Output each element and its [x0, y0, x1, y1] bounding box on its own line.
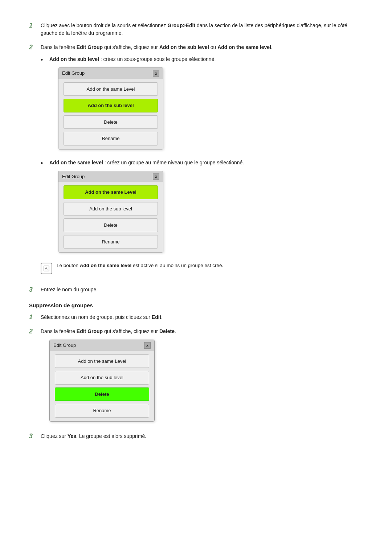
dialog-btn-rename-3[interactable]: Rename: [55, 404, 149, 418]
note-icon: [41, 263, 52, 274]
section2-step-1-content: Sélectionnez un nom de groupe, puis cliq…: [41, 313, 363, 321]
dialog-btn-delete-2[interactable]: Delete: [64, 218, 158, 232]
dialog-close-btn-2[interactable]: x: [153, 173, 159, 180]
section2-step-1-bold: Edit: [152, 314, 161, 320]
section-2: Suppression de groupes 1 Sélectionnez un…: [29, 302, 363, 440]
section2-step-num-2: 2: [29, 328, 41, 335]
section2-step-1: 1 Sélectionnez un nom de groupe, puis cl…: [29, 313, 363, 321]
step-1-content: Cliquez avec le bouton droit de la souri…: [41, 22, 363, 37]
note-text: Le bouton Add on the same level est acti…: [57, 262, 223, 269]
section-1: 1 Cliquez avec le bouton droit de la sou…: [29, 22, 363, 294]
bullet-label-sub: Add on the sub level: [49, 56, 99, 62]
dialog-btn-same-level-3[interactable]: Add on the same Level: [55, 354, 149, 368]
dialog-btn-same-level-2[interactable]: Add on the same Level: [64, 185, 158, 199]
dialog-title-2: Edit Group: [62, 173, 85, 180]
note-box: Le bouton Add on the same level est acti…: [41, 262, 363, 274]
bullet-list: • Add on the sub level : créez un sous-g…: [41, 56, 363, 257]
dialog-titlebar-1: Edit Group x: [58, 68, 163, 79]
edit-group-dialog-1: Edit Group x Add on the same Level Add o…: [58, 67, 163, 149]
dialog-title-1: Edit Group: [62, 70, 85, 77]
dialog-btn-sub-level-1[interactable]: Add on the sub level: [64, 99, 158, 112]
step-3: 3 Entrez le nom du groupe.: [29, 286, 363, 294]
step-2-bold1: Edit Group: [77, 44, 103, 50]
section2-step-2-bold1: Edit Group: [77, 328, 103, 334]
note-bold: Add on the same level: [80, 263, 132, 268]
dialog-body-1: Add on the same Level Add on the sub lev…: [58, 79, 163, 149]
dialog-title-3: Edit Group: [53, 342, 76, 349]
bullet-content-same: Add on the same level : créez un groupe …: [49, 159, 363, 257]
dialog-btn-delete-1[interactable]: Delete: [64, 115, 158, 129]
step-1: 1 Cliquez avec le bouton droit de la sou…: [29, 22, 363, 37]
section2-step-3-content: Cliquez sur Yes. Le groupe est alors sup…: [41, 432, 363, 440]
bullet-dot-2: •: [41, 159, 49, 168]
step-num-2: 2: [29, 44, 41, 51]
bullet-item-same: • Add on the same level : créez un group…: [41, 159, 363, 257]
section2-step-num-3: 3: [29, 432, 41, 440]
section2-step-2-content: Dans la fenêtre Edit Group qui s'affiche…: [41, 328, 363, 426]
dialog-btn-delete-3[interactable]: Delete: [55, 387, 149, 401]
dialog-titlebar-3: Edit Group x: [50, 340, 154, 351]
step-2-bold3: Add on the same level: [217, 44, 271, 50]
dialog-close-btn-3[interactable]: x: [144, 342, 151, 349]
step-num-1: 1: [29, 22, 41, 29]
section2-step-3-bold: Yes: [68, 433, 76, 439]
dialog-btn-sub-level-3[interactable]: Add on the sub level: [55, 371, 149, 385]
pencil-icon: [43, 265, 50, 272]
step-2: 2 Dans la fenêtre Edit Group qui s'affic…: [29, 44, 363, 279]
dialog-btn-same-level-1[interactable]: Add on the same Level: [64, 82, 158, 96]
edit-group-dialog-3: Edit Group x Add on the same Level Add o…: [49, 340, 155, 422]
step-num-3: 3: [29, 286, 41, 294]
dialog-btn-rename-1[interactable]: Rename: [64, 132, 158, 145]
dialog-close-btn-1[interactable]: x: [153, 70, 159, 77]
section-2-heading: Suppression de groupes: [29, 302, 363, 308]
section2-step-3: 3 Cliquez sur Yes. Le groupe est alors s…: [29, 432, 363, 440]
dialog-btn-rename-2[interactable]: Rename: [64, 235, 158, 249]
dialog-btn-sub-level-2[interactable]: Add on the sub level: [64, 202, 158, 216]
bullet-content-sub: Add on the sub level : créez un sous-gro…: [49, 56, 363, 154]
step-1-bold1: Group>Edit: [167, 22, 195, 28]
bullet-dot-1: •: [41, 56, 49, 65]
dialog-titlebar-2: Edit Group x: [58, 171, 163, 182]
dialog-body-2: Add on the same Level Add on the sub lev…: [58, 182, 163, 252]
bullet-item-sub: • Add on the sub level : créez un sous-g…: [41, 56, 363, 154]
section2-step-2-bold2: Delete: [159, 328, 175, 334]
edit-group-dialog-2: Edit Group x Add on the same Level Add o…: [58, 171, 163, 253]
step-2-content: Dans la fenêtre Edit Group qui s'affiche…: [41, 44, 363, 279]
section2-step-2: 2 Dans la fenêtre Edit Group qui s'affic…: [29, 328, 363, 426]
bullet-label-same: Add on the same level: [49, 160, 103, 165]
section2-step-num-1: 1: [29, 313, 41, 321]
step-3-content: Entrez le nom du groupe.: [41, 286, 363, 294]
dialog-body-3: Add on the same Level Add on the sub lev…: [50, 351, 154, 421]
step-2-bold2: Add on the sub level: [159, 44, 209, 50]
